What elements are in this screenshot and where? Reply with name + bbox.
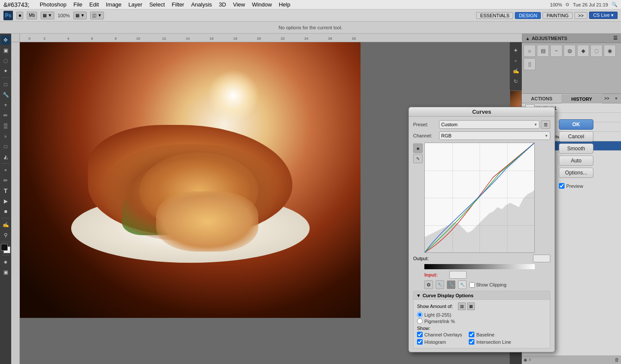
shape-tool[interactable]: ■ [1, 207, 10, 216]
magic-wand-tool[interactable]: ✦ [1, 66, 10, 76]
curve-options-header[interactable]: ▼ Curve Display Options [414, 291, 550, 300]
apple-menu[interactable]: &#63743; [3, 1, 29, 8]
dodge-tool[interactable]: ⚬ [1, 165, 10, 175]
foreground-color[interactable] [1, 244, 8, 251]
zoom-tool[interactable]: ⚲ [1, 230, 10, 240]
menu-file[interactable]: File [73, 1, 82, 8]
output-value[interactable] [533, 255, 550, 262]
auto-button[interactable]: Auto [559, 156, 593, 166]
menu-edit[interactable]: Edit [89, 1, 99, 8]
levels-adj[interactable]: ▤ [537, 45, 549, 57]
options-button[interactable]: Options... [559, 168, 593, 178]
more-workspaces-btn[interactable]: >> [574, 12, 588, 19]
hand-tool[interactable]: ✍ [1, 220, 10, 230]
menu-analysis[interactable]: Analysis [191, 1, 212, 8]
view-btn[interactable]: ▦ ▼ [73, 12, 87, 19]
light-radio[interactable] [417, 312, 423, 317]
hand-nav-icon[interactable]: ✍ [511, 66, 521, 76]
eyedropper-tool[interactable]: 🔧 [1, 90, 10, 100]
adjustments-collapse-btn[interactable]: ▲ [525, 36, 530, 41]
input-value[interactable] [449, 271, 467, 279]
wifi-icon: ⊙ [565, 2, 569, 7]
channel-row: Channel: RGB ▼ [413, 131, 550, 140]
curves-adj[interactable]: ~ [550, 45, 562, 57]
history-new-doc-btn[interactable]: ♯ [529, 357, 531, 363]
grid-4x4-icon[interactable]: ▤ [458, 302, 466, 310]
color-balance-adj[interactable]: ◉ [604, 45, 616, 57]
vibrance-adj[interactable]: ◆ [577, 45, 589, 57]
rotate-icon[interactable]: ↻ [511, 77, 521, 86]
mode-btn[interactable]: ■ [16, 12, 23, 19]
marquee-tool[interactable]: ▣ [1, 46, 10, 55]
menu-3d[interactable]: 3D [219, 1, 226, 8]
path-select-tool[interactable]: ▶ [1, 196, 10, 206]
preset-dropdown[interactable]: Custom ▼ [439, 120, 539, 129]
menu-select[interactable]: Select [149, 1, 165, 8]
smooth-button[interactable]: Smooth [559, 143, 593, 154]
white-eyedropper[interactable]: 🔧 [458, 280, 467, 289]
history-create-snapshot-btn[interactable]: ◆ [524, 357, 527, 363]
curves-pencil-tool[interactable]: ✎ [413, 154, 423, 163]
type-tool[interactable]: T [1, 186, 10, 196]
intersection-checkbox[interactable] [469, 339, 474, 345]
foreground-background-colors[interactable] [1, 244, 10, 253]
search-icon[interactable]: 🔍 [612, 2, 618, 7]
history-brush-tool[interactable]: ♭ [1, 131, 10, 141]
curves-graph[interactable] [424, 143, 535, 253]
cancel-button[interactable]: Cancel [559, 131, 593, 142]
pen-tool[interactable]: ✏ [1, 176, 10, 185]
cslive-btn[interactable]: CS Live ▾ [589, 12, 618, 19]
grid-10x10-icon[interactable]: ▦ [467, 302, 475, 310]
panel-options-btn[interactable]: >> [602, 94, 612, 103]
crop-tool[interactable]: □ [1, 80, 10, 89]
arrange-btn[interactable]: ◫ ▼ [90, 12, 104, 19]
menu-layer[interactable]: Layer [129, 1, 143, 8]
preset-options-btn[interactable]: ☰ [541, 120, 550, 129]
curves-point-tool[interactable]: ■ [413, 143, 423, 153]
hsl-adj[interactable]: ◌ [590, 45, 602, 57]
design-btn[interactable]: DESIGN [515, 12, 541, 19]
eraser-tool[interactable]: □ [1, 142, 10, 151]
baseline-checkbox[interactable] [469, 332, 474, 337]
actions-tab[interactable]: ACTIONS [522, 94, 562, 103]
move-tool[interactable]: ✥ [1, 35, 10, 45]
show-clipping-checkbox[interactable] [469, 282, 475, 288]
adjustments-options-btn[interactable]: ☰ [613, 35, 618, 41]
gray-eyedropper[interactable]: 🔧 [447, 280, 455, 289]
screen-mode-btn[interactable]: ▣ [1, 268, 10, 277]
histogram-checkbox[interactable] [417, 339, 423, 345]
menu-view[interactable]: View [233, 1, 245, 8]
brush-tool[interactable]: ✏ [1, 111, 10, 120]
channel-dropdown[interactable]: RGB ▼ [439, 131, 550, 140]
brightness-contrast-adj[interactable]: ☼ [524, 45, 536, 57]
pigment-radio[interactable] [417, 318, 423, 324]
essentials-btn[interactable]: ESSENTIALS [476, 12, 513, 19]
channel-overlays-checkbox[interactable] [417, 332, 423, 337]
exposure-adj[interactable]: ◍ [564, 45, 576, 57]
history-tab[interactable]: HISTORY [562, 94, 602, 103]
lasso-tool[interactable]: ◌ [1, 56, 10, 65]
menu-filter[interactable]: Filter [172, 1, 184, 8]
black-eyedropper[interactable]: 🔧 [436, 280, 444, 289]
panel-close-btn[interactable]: × [612, 94, 621, 103]
healing-brush-tool[interactable]: + [1, 100, 10, 110]
menu-image[interactable]: Image [106, 1, 121, 8]
gradient-tool[interactable]: ◭ [1, 152, 10, 162]
sample-all-layers-btn[interactable]: ⚙ [424, 280, 433, 289]
bw-adj[interactable]: ▯ [524, 58, 536, 70]
menu-photoshop[interactable]: Photoshop [40, 1, 66, 8]
quick-mask-tool[interactable]: ◉ [1, 257, 10, 267]
svg-text:24: 24 [304, 37, 308, 40]
light-radio-row: Light (0-255) [417, 312, 546, 317]
painting-btn[interactable]: PAINTING [543, 12, 572, 19]
zoom-in-icon[interactable]: + [511, 56, 521, 65]
clone-stamp-tool[interactable]: ▒ [1, 121, 10, 131]
layout-btn[interactable]: ▦ ▼ [41, 12, 54, 19]
canvas-btn[interactable]: Mb [27, 12, 37, 19]
menu-window[interactable]: Window [252, 1, 272, 8]
menu-help[interactable]: Help [279, 1, 290, 8]
ok-button[interactable]: OK [559, 119, 593, 130]
rotate-view-icon[interactable]: ✦ [511, 46, 521, 55]
history-delete-btn[interactable]: 🗑 [615, 357, 619, 362]
preview-checkbox[interactable] [559, 183, 565, 189]
